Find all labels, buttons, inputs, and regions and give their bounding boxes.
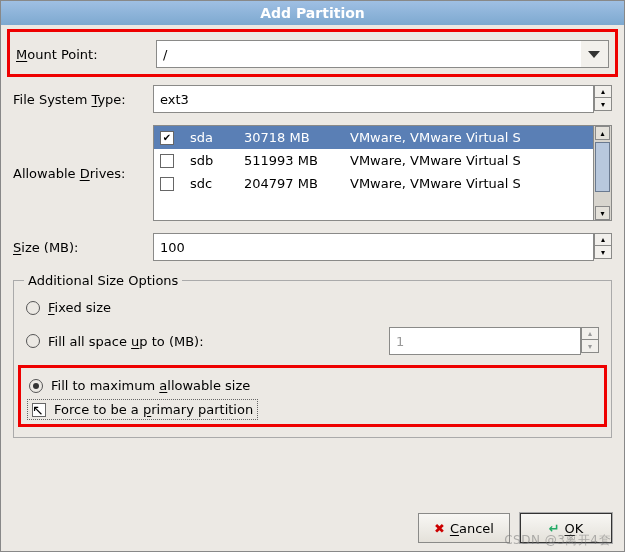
radio-fixed-size[interactable]: Fixed size — [24, 294, 601, 321]
allowable-drives-label: Allowable Drives: — [13, 166, 153, 181]
drive-row[interactable]: sdc204797 MBVMware, VMware Virtual S — [154, 172, 593, 195]
cancel-button[interactable]: ✖ Cancel — [418, 513, 510, 543]
scroll-down-button[interactable]: ▾ — [595, 206, 610, 220]
mount-point-label: Mount Point: — [16, 47, 156, 62]
fill-up-to-input: 1 — [389, 327, 581, 355]
additional-size-options: Additional Size Options Fixed size Fill … — [13, 273, 612, 438]
drive-name: sda — [190, 130, 228, 145]
size-down-button[interactable]: ▾ — [594, 246, 612, 259]
mount-point-input[interactable]: / — [156, 40, 581, 68]
size-options-legend: Additional Size Options — [24, 273, 182, 288]
size-label: Size (MB): — [13, 240, 153, 255]
drive-desc: VMware, VMware Virtual S — [350, 153, 587, 168]
cancel-icon: ✖ — [434, 521, 445, 536]
allowable-drives-list[interactable]: ✔sda30718 MBVMware, VMware Virtual Ssdb5… — [153, 125, 612, 221]
size-input[interactable]: 100 — [153, 233, 594, 261]
svg-marker-0 — [588, 51, 600, 58]
fill-up-down-button: ▾ — [581, 340, 599, 353]
chevron-down-icon — [588, 47, 600, 62]
fs-type-down-button[interactable]: ▾ — [594, 98, 612, 111]
drive-size: 511993 MB — [244, 153, 334, 168]
highlight-mount-point: Mount Point: / — [7, 29, 618, 77]
radio-fill-up-to[interactable]: Fill all space up to (MB): 1 ▴ ▾ — [24, 321, 601, 361]
drive-desc: VMware, VMware Virtual S — [350, 176, 587, 191]
size-up-button[interactable]: ▴ — [594, 233, 612, 246]
drive-checkbox[interactable] — [160, 154, 174, 168]
scroll-up-button[interactable]: ▴ — [595, 126, 610, 140]
highlight-fill-max-and-primary: Fill to maximum allowable size ↖ Force t… — [18, 365, 607, 427]
fs-type-up-button[interactable]: ▴ — [594, 85, 612, 98]
scroll-thumb[interactable] — [595, 142, 610, 192]
drives-scrollbar[interactable]: ▴ ▾ — [593, 126, 611, 220]
drive-row[interactable]: ✔sda30718 MBVMware, VMware Virtual S — [154, 126, 593, 149]
force-primary-checkbox[interactable]: ↖ Force to be a primary partition — [27, 399, 258, 420]
drive-size: 30718 MB — [244, 130, 334, 145]
fs-type-select[interactable]: ext3 — [153, 85, 594, 113]
cursor-icon: ↖ — [32, 402, 44, 418]
mount-point-dropdown-button[interactable] — [581, 40, 609, 68]
fill-up-up-button: ▴ — [581, 327, 599, 340]
drive-checkbox[interactable]: ✔ — [160, 131, 174, 145]
radio-fill-max[interactable]: Fill to maximum allowable size — [27, 372, 598, 399]
drive-name: sdc — [190, 176, 228, 191]
drive-row[interactable]: sdb511993 MBVMware, VMware Virtual S — [154, 149, 593, 172]
drive-name: sdb — [190, 153, 228, 168]
watermark: CSDN @3离开4套 — [504, 532, 611, 549]
drive-desc: VMware, VMware Virtual S — [350, 130, 587, 145]
drive-size: 204797 MB — [244, 176, 334, 191]
add-partition-dialog: Add Partition Mount Point: / — [0, 0, 625, 552]
dialog-title: Add Partition — [1, 1, 624, 25]
fs-type-label: File System Type: — [13, 92, 153, 107]
drive-checkbox[interactable] — [160, 177, 174, 191]
